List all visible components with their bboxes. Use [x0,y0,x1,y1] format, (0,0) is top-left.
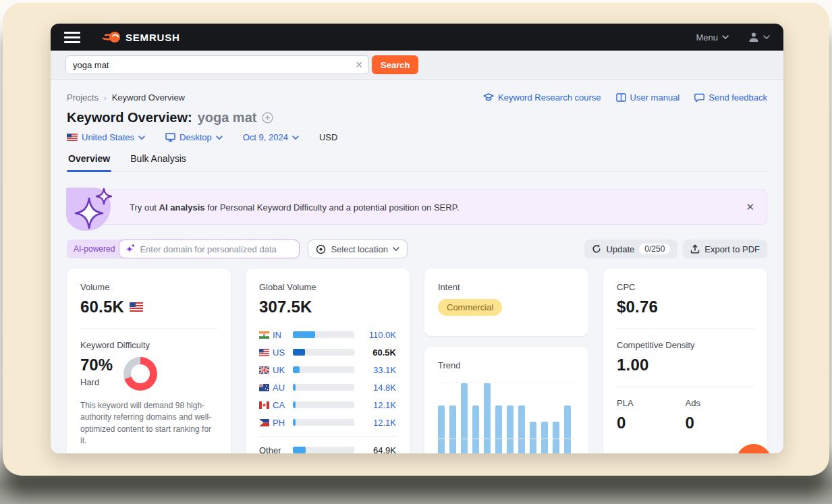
page-title: Keyword Overview: [67,110,192,125]
country-row: US 60.5K [259,343,396,361]
country-volume-bar [293,366,354,373]
trend-bar [530,422,536,453]
semrush-logo[interactable]: SEMRUSH [102,30,180,44]
global-volume-card: Global Volume 307.5K IN 110.0K US [246,269,410,453]
tab-overview[interactable]: Overview [67,153,111,171]
user-account-dropdown[interactable] [748,31,770,43]
export-icon [690,244,700,254]
pla-label: PLA [617,398,686,408]
country-row: PH 12.1K [259,414,396,431]
country-link[interactable]: UK [273,365,293,375]
controls-row: AI-powered Select location [67,240,767,258]
country-row: CA 12.1K [259,396,396,414]
banner-close-icon[interactable]: ✕ [746,201,754,213]
trend-bar [541,422,548,453]
kd-level: Hard [80,377,113,387]
export-to-pdf-button[interactable]: Export to PDF [683,240,767,258]
menu-label: Menu [696,32,718,43]
scene: SEMRUSH Menu ✕ Search [0,0,832,504]
select-location-dropdown[interactable]: Select location [308,240,408,258]
country-link[interactable]: PH [273,418,293,428]
trend-bar-chart [438,383,575,453]
kd-percent: 70% [80,356,113,374]
chevron-down-icon [393,247,399,251]
country-volume-bar [293,447,354,453]
country-volume-value: 33.1K [361,365,396,375]
country-row: UK 33.1K [259,361,396,379]
chevron-down-icon [138,136,145,140]
main-content: Projects › Keyword Overview Keyword Rese… [51,92,783,453]
breadcrumb-projects[interactable]: Projects [67,92,99,103]
flag-au-icon [259,384,273,391]
global-volume-label: Global Volume [259,282,396,292]
ai-analysis-banner: Try out AI analysis for Personal Keyword… [67,190,767,225]
chat-bubble-icon [694,93,704,103]
country-link[interactable]: US [273,347,293,358]
country-volume-bar [293,401,354,408]
send-feedback-link[interactable]: Send feedback [694,92,767,103]
trend-bar [472,405,479,453]
date-filter[interactable]: Oct 9, 2024 [243,132,299,142]
clear-search-icon[interactable]: ✕ [355,59,363,71]
hamburger-menu-icon[interactable] [64,32,80,43]
menu-dropdown[interactable]: Menu [696,32,729,43]
trend-bar [495,405,502,453]
country-link[interactable]: CA [273,400,293,410]
trend-label: Trend [438,360,575,370]
global-volume-value: 307.5K [259,298,396,316]
country-link[interactable]: AU [273,383,293,393]
cpc-label: CPC [617,282,754,292]
breadcrumb-separator-icon: › [104,94,107,102]
chevron-down-icon [216,136,223,140]
country-filter[interactable]: United States [67,132,145,142]
domain-input[interactable] [119,240,300,258]
competitive-density-value: 1.00 [617,356,754,374]
volume-card: Volume 60.5K Keyword Difficulty 70% Hard [67,269,231,453]
banner-text: Try out AI analysis for Personal Keyword… [130,202,459,213]
keyword-research-course-link[interactable]: Keyword Research course [483,92,601,103]
pla-value: 0 [617,414,686,432]
country-volume-bar [293,331,354,338]
device-filter[interactable]: Desktop [165,132,223,142]
country-volume-value: 14.8K [361,383,396,393]
ads-label: Ads [686,398,754,408]
kd-description: This keyword will demand 98 high-authori… [80,400,217,447]
search-button[interactable]: Search [372,55,418,74]
top-bar: SEMRUSH Menu [51,24,783,51]
flag-us-icon [259,349,273,356]
chevron-down-icon [292,136,299,140]
location-pin-icon [316,244,326,254]
currency-label: USD [319,132,337,142]
tab-bar: Overview Bulk Analysis [67,153,767,172]
graduation-cap-icon [483,93,494,103]
semrush-flame-icon [102,30,121,44]
trend-bar [438,405,445,453]
app-window: SEMRUSH Menu ✕ Search [51,24,783,453]
competitive-density-label: Competitive Density [617,340,754,350]
flag-us-icon [130,302,143,312]
country-link[interactable]: IN [273,330,293,340]
chevron-down-icon [763,35,770,39]
flag-in-icon [259,331,273,339]
trend-card: Trend [424,347,588,453]
desktop-icon [165,133,175,142]
tab-bulk-analysis[interactable]: Bulk Analysis [129,153,187,171]
flag-ph-icon [259,419,273,426]
kd-donut-chart [123,357,157,391]
country-volume-bar [293,419,354,426]
trend-bar [507,405,514,453]
update-button[interactable]: Update 0/250 [584,240,677,258]
country-volume-value: 64.9K [361,445,396,454]
cpc-value: $0.76 [617,298,754,316]
trend-bar [449,405,456,453]
country-volume-value: 60.5K [361,347,396,358]
keyword-search-input[interactable] [65,55,369,74]
volume-value: 60.5K [80,298,124,316]
page-keyword: yoga mat [198,110,257,125]
user-manual-link[interactable]: User manual [616,92,680,103]
keyword-difficulty-label: Keyword Difficulty [80,340,217,350]
intent-badge[interactable]: Commercial [438,299,502,316]
add-keyword-icon[interactable] [262,112,273,123]
update-count-badge: 0/250 [639,244,670,254]
refresh-icon [592,244,601,254]
